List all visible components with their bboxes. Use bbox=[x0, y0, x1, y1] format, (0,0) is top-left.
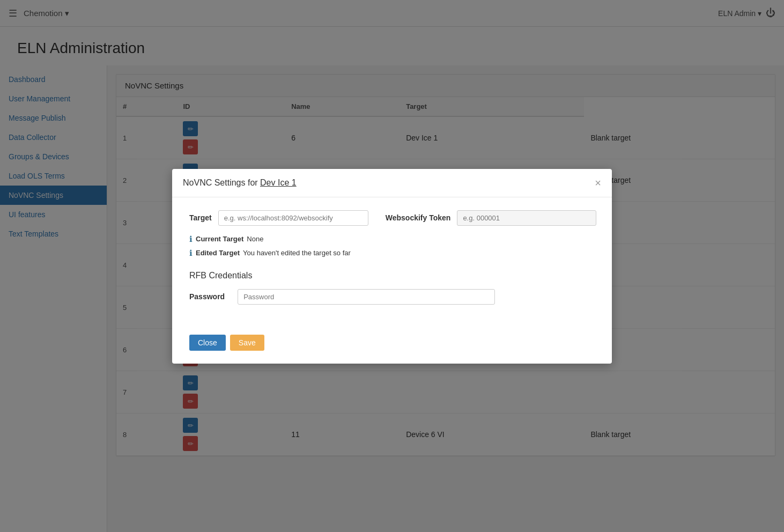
modal-device-link[interactable]: Dev Ice 1 bbox=[260, 178, 297, 187]
modal-overlay: NoVNC Settings for Dev Ice 1 × Target We… bbox=[0, 0, 784, 532]
modal-footer: Close Save bbox=[172, 326, 612, 364]
info-icon-current: ℹ bbox=[189, 234, 193, 244]
target-group: Target bbox=[189, 210, 368, 226]
target-input[interactable] bbox=[218, 210, 368, 226]
current-target-label: Current Target bbox=[196, 235, 243, 243]
save-button[interactable]: Save bbox=[230, 335, 264, 351]
info-icon-edited: ℹ bbox=[189, 248, 193, 258]
password-input[interactable] bbox=[238, 289, 495, 305]
websockify-group: Websockify Token bbox=[386, 210, 597, 226]
edited-target-value: You haven't edited the target so far bbox=[243, 249, 351, 257]
edited-target-row: ℹ Edited Target You haven't edited the t… bbox=[189, 248, 595, 258]
novnc-settings-modal: NoVNC Settings for Dev Ice 1 × Target We… bbox=[172, 169, 612, 364]
close-modal-button[interactable]: Close bbox=[189, 335, 226, 351]
modal-close-button[interactable]: × bbox=[595, 178, 601, 188]
target-label: Target bbox=[189, 213, 212, 222]
password-row: Password bbox=[189, 289, 595, 305]
rfb-section-title: RFB Credentials bbox=[189, 271, 595, 280]
modal-title: NoVNC Settings for Dev Ice 1 bbox=[183, 178, 297, 188]
websockify-label: Websockify Token bbox=[386, 213, 451, 222]
modal-header: NoVNC Settings for Dev Ice 1 × bbox=[172, 169, 612, 197]
target-row: Target Websockify Token bbox=[189, 210, 595, 226]
current-target-value: None bbox=[247, 235, 263, 243]
password-label: Password bbox=[189, 292, 225, 301]
websockify-input[interactable] bbox=[457, 210, 596, 226]
current-target-row: ℹ Current Target None bbox=[189, 234, 595, 244]
edited-target-label: Edited Target bbox=[196, 249, 240, 257]
modal-body: Target Websockify Token ℹ Current Target… bbox=[172, 197, 612, 326]
